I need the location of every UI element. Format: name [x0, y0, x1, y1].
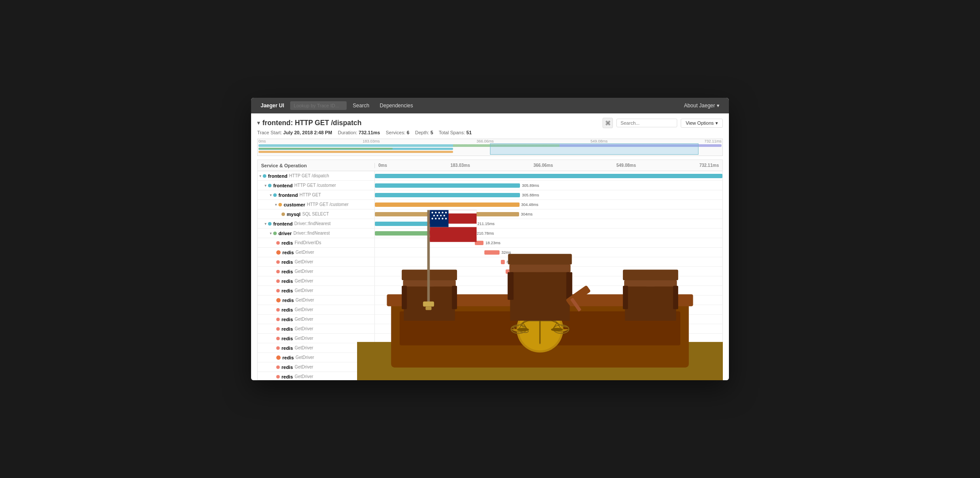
- bar-area: [375, 324, 722, 333]
- table-row[interactable]: ▾frontendDriver::findNearest211.15ms: [258, 219, 722, 229]
- minimap[interactable]: 0ms183.03ms366.06ms549.08ms732.11ms: [257, 139, 723, 156]
- minimap-bars: [258, 143, 722, 155]
- table-row[interactable]: redisGetDriver6.29ms: [258, 276, 722, 286]
- table-row[interactable]: redisGetDriver8.13ms: [258, 315, 722, 324]
- col-timeline-header: 0ms 183.03ms 366.06ms 549.08ms 732.11ms: [375, 163, 722, 168]
- expand-arrow-icon[interactable]: ▾: [270, 193, 272, 197]
- service-dot-icon: [276, 365, 280, 369]
- service-dot-icon: [273, 193, 277, 197]
- span-bar[interactable]: [506, 269, 512, 274]
- bar-area: 732.11ms: [375, 171, 722, 180]
- bar-area: 12.34ms: [375, 267, 722, 276]
- brand-label: Jaeger UI: [256, 101, 288, 110]
- trace-search-input[interactable]: [616, 119, 677, 127]
- bar-area: 211.15ms: [375, 219, 722, 228]
- bar-area: 304.48ms: [375, 200, 722, 209]
- bar-area: 6.90ms: [375, 286, 722, 295]
- trace-meta: Trace Start: July 20, 2018 2:48 PM Durat…: [257, 130, 723, 135]
- lookup-input[interactable]: [290, 101, 347, 110]
- service-name: redis: [281, 365, 293, 370]
- expand-arrow-icon[interactable]: ▾: [259, 174, 262, 178]
- bar-area: 29.81ms: [375, 295, 722, 305]
- service-dot-icon: [276, 270, 280, 273]
- table-row[interactable]: redisGetDriver12.34ms: [258, 267, 722, 276]
- table-row[interactable]: redisGetDriver32ms: [258, 248, 722, 257]
- nav-search[interactable]: Search: [348, 101, 374, 110]
- span-bar[interactable]: [375, 202, 520, 207]
- bar-area: 305.88ms: [375, 190, 722, 199]
- nav-about[interactable]: About Jaeger ▾: [680, 101, 724, 110]
- table-row[interactable]: redisGetDriver: [258, 334, 722, 343]
- service-name: redis: [282, 355, 294, 360]
- trace-depth: Depth: 5: [415, 130, 433, 135]
- bar-area: 305.89ms: [375, 181, 722, 190]
- span-bar[interactable]: [475, 241, 483, 245]
- table-row[interactable]: redisGetDriver: [258, 372, 722, 380]
- app-window: Jaeger UI Search Dependencies About Jaeg…: [251, 98, 729, 380]
- table-row[interactable]: redisFindDriverIDs18.23ms: [258, 238, 722, 248]
- timeline-header: Service & Operation 0ms 183.03ms 366.06m…: [258, 160, 722, 171]
- table-row[interactable]: ▾frontendHTTP GET /dispatch732.11ms: [258, 171, 722, 181]
- minimap-scale: 0ms183.03ms366.06ms549.08ms732.11ms: [258, 139, 722, 143]
- expand-icon[interactable]: ▾: [257, 120, 260, 126]
- bar-area: 6.29ms: [375, 276, 722, 285]
- service-dot-icon: [276, 318, 280, 321]
- expand-arrow-icon[interactable]: ▾: [265, 183, 267, 188]
- operation-name: GetDriver: [295, 279, 313, 283]
- service-name: redis: [281, 345, 293, 351]
- operation-name: HTTP GET: [300, 193, 321, 197]
- table-row[interactable]: redisGetDriver: [258, 343, 722, 353]
- table-row[interactable]: ▾frontendHTTP GET305.88ms: [258, 190, 722, 200]
- span-bar[interactable]: [375, 222, 476, 226]
- service-dot-icon: [276, 260, 280, 264]
- view-options-button[interactable]: View Options ▾: [681, 119, 723, 128]
- table-row[interactable]: redisGetDriver: [258, 362, 722, 372]
- span-bar[interactable]: [375, 174, 722, 178]
- col-service-header: Service & Operation: [258, 163, 375, 168]
- timeline-732ms: 732.11ms: [699, 163, 719, 168]
- timeline-549ms: 549.08ms: [616, 163, 636, 168]
- row-service-cell: ▾customerHTTP GET /customer: [258, 200, 375, 209]
- service-dot-icon: [276, 279, 280, 283]
- table-row[interactable]: mysqlSQL SELECT304ms: [258, 209, 722, 219]
- cmd-icon[interactable]: ⌘: [603, 118, 613, 128]
- bar-label: 29.81ms: [536, 298, 551, 302]
- span-bar[interactable]: [513, 279, 516, 283]
- table-row[interactable]: redisGetDriver6.90ms: [258, 286, 722, 295]
- service-name: frontend: [278, 193, 298, 198]
- operation-name: GetDriver: [295, 326, 313, 331]
- span-bar[interactable]: [375, 231, 475, 236]
- span-bar[interactable]: [520, 298, 534, 302]
- expand-arrow-icon[interactable]: ▾: [275, 202, 277, 207]
- table-row[interactable]: redisGetDriver: [258, 353, 722, 362]
- operation-name: SQL SELECT: [302, 212, 329, 216]
- table-row[interactable]: redisGetDriver8.17ms: [258, 257, 722, 267]
- service-name: mysql: [287, 212, 301, 217]
- table-row[interactable]: redisGetDriver: [258, 324, 722, 334]
- bar-label: 8.77ms: [541, 308, 554, 312]
- expand-arrow-icon[interactable]: ▾: [270, 231, 272, 236]
- row-service-cell: redisGetDriver: [258, 334, 375, 343]
- span-bar[interactable]: [375, 183, 520, 188]
- span-bar[interactable]: [375, 212, 519, 216]
- table-row[interactable]: ▾frontendHTTP GET /customer305.89ms: [258, 181, 722, 190]
- navbar: Jaeger UI Search Dependencies About Jaeg…: [251, 98, 729, 113]
- table-row[interactable]: ▾driverDriver::findNearest210.78ms: [258, 229, 722, 238]
- table-row[interactable]: redisGetDriver29.81ms: [258, 295, 722, 305]
- bar-area: 8.13ms: [375, 315, 722, 324]
- operation-name: GetDriver: [295, 259, 313, 264]
- span-bar[interactable]: [540, 317, 543, 322]
- service-dot-icon: [276, 327, 280, 331]
- span-bar[interactable]: [484, 250, 500, 255]
- nav-dependencies[interactable]: Dependencies: [375, 101, 417, 110]
- span-bar[interactable]: [375, 193, 520, 197]
- expand-arrow-icon[interactable]: ▾: [265, 222, 267, 226]
- span-bar[interactable]: [501, 260, 505, 264]
- table-row[interactable]: redisGetDriver8.77ms: [258, 305, 722, 315]
- table-row[interactable]: ▾customerHTTP GET /customer304.48ms: [258, 200, 722, 209]
- span-bar[interactable]: [516, 289, 520, 293]
- operation-name: GetDriver: [295, 355, 314, 360]
- bar-label: 210.78ms: [477, 231, 494, 236]
- minimap-viewport[interactable]: [490, 143, 699, 155]
- span-bar[interactable]: [535, 308, 539, 312]
